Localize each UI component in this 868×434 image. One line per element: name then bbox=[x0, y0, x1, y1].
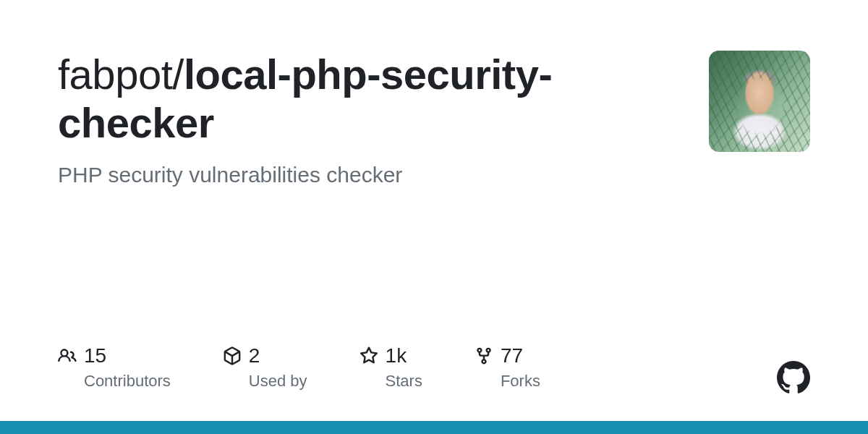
people-icon bbox=[58, 346, 77, 365]
github-logo-icon bbox=[777, 361, 810, 394]
stat-usedby: 2 Used by bbox=[223, 344, 307, 391]
repo-owner: fabpot bbox=[58, 51, 172, 98]
repo-separator: / bbox=[172, 51, 184, 98]
fork-icon bbox=[475, 346, 493, 365]
stat-label: Used by bbox=[249, 372, 307, 391]
stat-contributors: 15 Contributors bbox=[58, 344, 171, 391]
stat-value: 1k bbox=[386, 344, 407, 367]
star-icon bbox=[359, 346, 378, 365]
title-block: fabpot/local-php-security-checker PHP se… bbox=[58, 51, 622, 187]
stats-row: 15 Contributors 2 Used by 1k Stars 77 Fo… bbox=[58, 344, 540, 391]
header-row: fabpot/local-php-security-checker PHP se… bbox=[58, 51, 810, 187]
repo-description: PHP security vulnerabilities checker bbox=[58, 163, 622, 187]
stat-label: Forks bbox=[501, 372, 540, 391]
stat-value: 15 bbox=[84, 344, 106, 367]
stat-label: Contributors bbox=[84, 372, 171, 391]
avatar bbox=[709, 51, 810, 152]
accent-bar bbox=[0, 421, 868, 434]
stat-stars: 1k Stars bbox=[359, 344, 422, 391]
stat-value: 2 bbox=[249, 344, 260, 367]
package-icon bbox=[223, 346, 242, 365]
stat-forks: 77 Forks bbox=[475, 344, 540, 391]
repo-title: fabpot/local-php-security-checker bbox=[58, 51, 622, 147]
social-preview-card: fabpot/local-php-security-checker PHP se… bbox=[0, 0, 868, 434]
stat-label: Stars bbox=[386, 372, 422, 391]
stat-value: 77 bbox=[501, 344, 523, 367]
